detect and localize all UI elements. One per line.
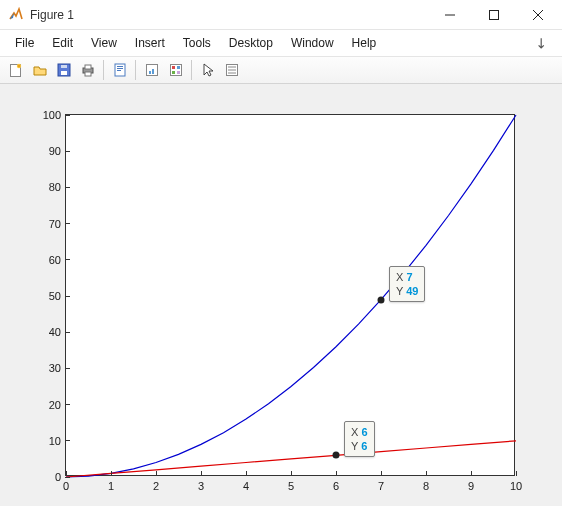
- xtick-label: 2: [153, 480, 159, 492]
- datatip-marker[interactable]: [378, 296, 385, 303]
- svg-rect-8: [61, 65, 67, 68]
- titlebar: Figure 1: [0, 0, 562, 30]
- menu-file[interactable]: File: [6, 32, 43, 54]
- close-button[interactable]: [516, 1, 560, 29]
- menubar: FileEditViewInsertToolsDesktopWindowHelp…: [0, 30, 562, 56]
- dock-arrow-icon[interactable]: ↘: [532, 33, 552, 53]
- minimize-button[interactable]: [428, 1, 472, 29]
- xtick-label: 9: [468, 480, 474, 492]
- svg-rect-10: [85, 65, 91, 69]
- datatip[interactable]: X 6Y 6: [344, 421, 375, 457]
- xtick-label: 5: [288, 480, 294, 492]
- axes[interactable]: 0102030405060708090100012345678910X 7Y 4…: [65, 114, 515, 476]
- series-x^2[interactable]: [66, 115, 516, 477]
- new-figure-icon[interactable]: [4, 59, 27, 81]
- color-legend-icon[interactable]: [164, 59, 187, 81]
- menu-help[interactable]: Help: [343, 32, 386, 54]
- ytick-label: 30: [49, 362, 61, 374]
- svg-rect-17: [149, 71, 151, 74]
- menu-tools[interactable]: Tools: [174, 32, 220, 54]
- data-cursor-icon[interactable]: [140, 59, 163, 81]
- xtick-label: 10: [510, 480, 522, 492]
- datatip[interactable]: X 7Y 49: [389, 266, 425, 302]
- maximize-button[interactable]: [472, 1, 516, 29]
- svg-rect-11: [85, 72, 91, 76]
- figure-area: 0102030405060708090100012345678910X 7Y 4…: [0, 84, 562, 506]
- inspect-icon[interactable]: [220, 59, 243, 81]
- ytick-label: 10: [49, 435, 61, 447]
- svg-rect-23: [177, 71, 180, 74]
- svg-rect-20: [172, 66, 175, 69]
- print-icon[interactable]: [76, 59, 99, 81]
- menu-edit[interactable]: Edit: [43, 32, 82, 54]
- page-setup-icon[interactable]: [108, 59, 131, 81]
- menu-insert[interactable]: Insert: [126, 32, 174, 54]
- toolbar-separator: [103, 60, 104, 80]
- plot-lines: [66, 115, 516, 477]
- save-icon[interactable]: [52, 59, 75, 81]
- ytick-label: 0: [55, 471, 61, 483]
- pointer-icon[interactable]: [196, 59, 219, 81]
- ytick-label: 50: [49, 290, 61, 302]
- open-icon[interactable]: [28, 59, 51, 81]
- ytick-label: 100: [43, 109, 61, 121]
- svg-rect-14: [117, 68, 123, 69]
- toolbar-separator: [191, 60, 192, 80]
- xtick-label: 4: [243, 480, 249, 492]
- menu-window[interactable]: Window: [282, 32, 343, 54]
- toolbar: [0, 56, 562, 84]
- svg-rect-13: [117, 66, 123, 67]
- ytick-label: 40: [49, 326, 61, 338]
- svg-rect-7: [61, 71, 67, 75]
- ytick-label: 60: [49, 254, 61, 266]
- svg-rect-21: [177, 66, 180, 69]
- xtick-label: 7: [378, 480, 384, 492]
- svg-rect-18: [152, 69, 154, 74]
- ytick-label: 20: [49, 399, 61, 411]
- xtick-label: 6: [333, 480, 339, 492]
- menu-desktop[interactable]: Desktop: [220, 32, 282, 54]
- datatip-marker[interactable]: [333, 452, 340, 459]
- matlab-icon: [8, 7, 24, 23]
- toolbar-separator: [135, 60, 136, 80]
- xtick-label: 8: [423, 480, 429, 492]
- xtick-label: 3: [198, 480, 204, 492]
- svg-rect-15: [117, 70, 121, 71]
- menu-view[interactable]: View: [82, 32, 126, 54]
- window-title: Figure 1: [30, 8, 428, 22]
- svg-rect-22: [172, 71, 175, 74]
- ytick-label: 70: [49, 218, 61, 230]
- xtick-label: 0: [63, 480, 69, 492]
- ytick-label: 90: [49, 145, 61, 157]
- ytick-label: 80: [49, 181, 61, 193]
- svg-rect-1: [490, 10, 499, 19]
- xtick-label: 1: [108, 480, 114, 492]
